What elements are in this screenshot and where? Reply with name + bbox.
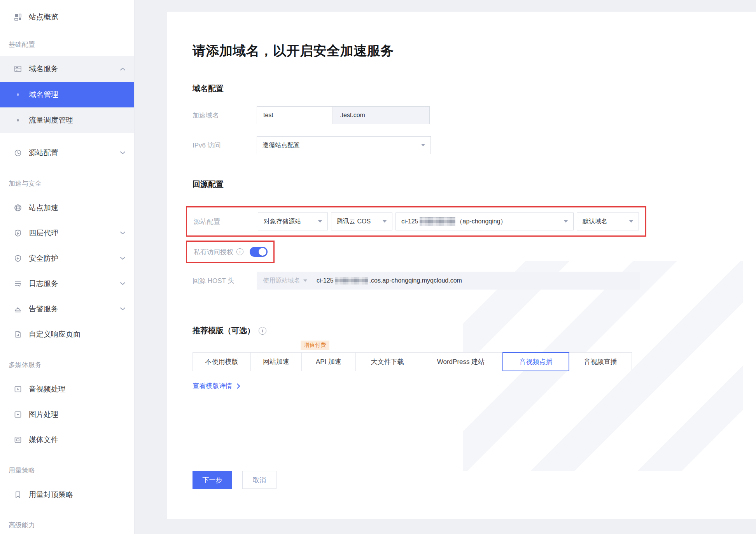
- template-tab-5[interactable]: WordPress 建站: [419, 352, 503, 371]
- template-tab-3[interactable]: API 加速: [301, 352, 356, 371]
- ipv6-select[interactable]: 遵循站点配置: [257, 136, 431, 154]
- host-header-label: 回源 HOST 头: [192, 276, 257, 285]
- sidebar-item-security-protection[interactable]: 安全防护: [0, 246, 134, 271]
- sidebar-item-usage-cap-policy[interactable]: 用量封顶策略: [0, 482, 134, 507]
- next-step-button[interactable]: 下一步: [192, 471, 232, 489]
- chevron-down-icon: [318, 220, 322, 223]
- sidebar-item-domain-service[interactable]: 域名服务: [0, 56, 134, 82]
- sidebar-section-basic-config: 基础配置: [0, 37, 134, 51]
- sidebar-item-label: 日志服务: [29, 279, 58, 289]
- private-auth-row: 私有访问授权: [194, 242, 273, 262]
- av-processing-icon: [13, 385, 23, 394]
- private-auth-toggle[interactable]: [250, 247, 268, 257]
- main-panel: 请添加域名，以开启安全加速服务 域名配置 加速域名 test .test.com…: [167, 12, 756, 519]
- bucket-value: ci-125（ap-chongqing）: [401, 217, 507, 226]
- log-service-icon: [13, 279, 23, 288]
- origin-config-row: 源站配置 对象存储源站 腾讯云 COS ci-125（ap-chongqing）…: [194, 207, 645, 235]
- sidebar-item-label: 图片处理: [29, 409, 58, 420]
- template-tab-6[interactable]: 音视频点播: [502, 352, 569, 371]
- info-icon[interactable]: [236, 248, 243, 255]
- site-overview-icon: [13, 12, 23, 22]
- site-acceleration-icon: [13, 203, 23, 213]
- sidebar-item-label: 用量封顶策略: [29, 490, 73, 500]
- sidebar-item-label: 源站配置: [29, 148, 58, 158]
- page-title: 请添加域名，以开启安全加速服务: [192, 42, 394, 60]
- sidebar-item-site-overview[interactable]: 站点概览: [0, 8, 134, 26]
- accel-domain-suffix: .test.com: [332, 106, 430, 124]
- chevron-down-icon: [303, 279, 307, 282]
- custom-response-page-icon: [13, 330, 23, 339]
- domain-service-icon: [13, 64, 23, 74]
- usage-cap-policy-icon: [13, 490, 23, 499]
- chevron-up-icon: [120, 67, 126, 71]
- sidebar-item-label: 域名管理: [29, 90, 58, 100]
- sidebar-item-label: 安全防护: [29, 253, 58, 263]
- chevron-down-icon: [120, 307, 126, 311]
- pixelated-host-id: [335, 277, 368, 285]
- template-tab-4[interactable]: 大文件下载: [355, 352, 419, 371]
- toggle-knob: [259, 248, 266, 256]
- chevron-down-icon: [120, 231, 126, 235]
- paid-feature-badge: 增值付费: [301, 341, 329, 350]
- accel-domain-label: 加速域名: [192, 111, 257, 120]
- sidebar-item-label: 基础配置: [9, 40, 35, 49]
- sidebar-item-av-processing[interactable]: 音视频处理: [0, 376, 134, 402]
- sidebar-item-label: 多媒体服务: [9, 360, 42, 369]
- sidebar-item-label: 自定义响应页面: [29, 329, 80, 339]
- sidebar-item-label: 站点概览: [29, 12, 58, 22]
- template-detail-link[interactable]: 查看模版详情: [192, 381, 240, 390]
- sidebar-section-usage-policy: 用量策略: [0, 463, 134, 477]
- sidebar-item-label: 四层代理: [29, 228, 58, 238]
- chevron-down-icon: [383, 220, 387, 223]
- host-header-row: 回源 HOST 头 使用源站域名 ci-125.cos.ap-chongqing…: [192, 272, 640, 290]
- chevron-down-icon: [629, 220, 633, 223]
- domain-option-value: 默认域名: [583, 218, 607, 226]
- template-tab-7[interactable]: 音视频直播: [569, 352, 632, 371]
- host-mode-select[interactable]: 使用源站域名: [263, 277, 307, 285]
- sidebar-item-domain-management[interactable]: 域名管理: [0, 82, 134, 107]
- media-files-icon: [13, 435, 23, 444]
- host-header-value: ci-125.cos.ap-chongqing.myqcloud.com: [317, 277, 462, 285]
- domain-config-heading: 域名配置: [192, 83, 224, 94]
- sidebar-item-media-files[interactable]: 媒体文件: [0, 427, 134, 452]
- provider-select[interactable]: 腾讯云 COS: [331, 213, 392, 230]
- cancel-button[interactable]: 取消: [242, 471, 276, 489]
- sidebar-section-multimedia: 多媒体服务: [0, 358, 134, 372]
- domain-service-group: 域名服务域名管理流量调度管理: [0, 56, 134, 133]
- sidebar-item-traffic-scheduling[interactable]: 流量调度管理: [0, 107, 134, 133]
- sidebar-item-log-service[interactable]: 日志服务: [0, 271, 134, 296]
- origin-type-select[interactable]: 对象存储源站: [258, 213, 328, 230]
- chevron-down-icon: [120, 256, 126, 260]
- bullet-icon: [17, 93, 19, 96]
- ipv6-label: IPv6 访问: [192, 141, 257, 150]
- sidebar-item-alarm-service[interactable]: 告警服务: [0, 296, 134, 321]
- l4-proxy-icon: [13, 228, 23, 238]
- bullet-icon: [17, 119, 19, 121]
- sidebar-section-advanced: 高级能力: [0, 518, 134, 532]
- sidebar-item-site-acceleration[interactable]: 站点加速: [0, 195, 134, 220]
- origin-config-heading: 回源配置: [192, 179, 224, 190]
- sidebar-item-origin-config[interactable]: 源站配置: [0, 140, 134, 165]
- domain-option-select[interactable]: 默认域名: [577, 213, 639, 230]
- sidebar-item-label: 域名服务: [29, 64, 58, 74]
- sidebar-item-label: 告警服务: [29, 304, 58, 314]
- image-processing-icon: [13, 410, 23, 419]
- sidebar-item-label: 站点加速: [29, 203, 58, 213]
- info-icon[interactable]: [259, 327, 266, 335]
- ipv6-select-value: 遵循站点配置: [262, 141, 300, 149]
- sidebar-item-l4-proxy[interactable]: 四层代理: [0, 220, 134, 246]
- sidebar-item-label: 音视频处理: [29, 384, 66, 394]
- template-tab-1[interactable]: 不使用模版: [192, 352, 251, 371]
- host-header-bar: 使用源站域名 ci-125.cos.ap-chongqing.myqcloud.…: [257, 272, 640, 290]
- origin-row-annotation-box: 源站配置 对象存储源站 腾讯云 COS ci-125（ap-chongqing）…: [186, 206, 646, 237]
- bucket-select[interactable]: ci-125（ap-chongqing）: [396, 213, 574, 230]
- templates-heading-text: 推荐模版（可选）: [192, 325, 255, 336]
- sidebar-item-custom-response-page[interactable]: 自定义响应页面: [0, 321, 134, 347]
- sidebar-item-label: 加速与安全: [9, 179, 42, 188]
- accel-domain-input[interactable]: test: [257, 106, 333, 124]
- private-auth-annotation-box: 私有访问授权: [186, 241, 275, 263]
- chevron-down-icon: [421, 144, 425, 146]
- template-tab-2[interactable]: 网站加速: [250, 352, 302, 371]
- sidebar-item-image-processing[interactable]: 图片处理: [0, 402, 134, 427]
- alarm-service-icon: [13, 304, 23, 314]
